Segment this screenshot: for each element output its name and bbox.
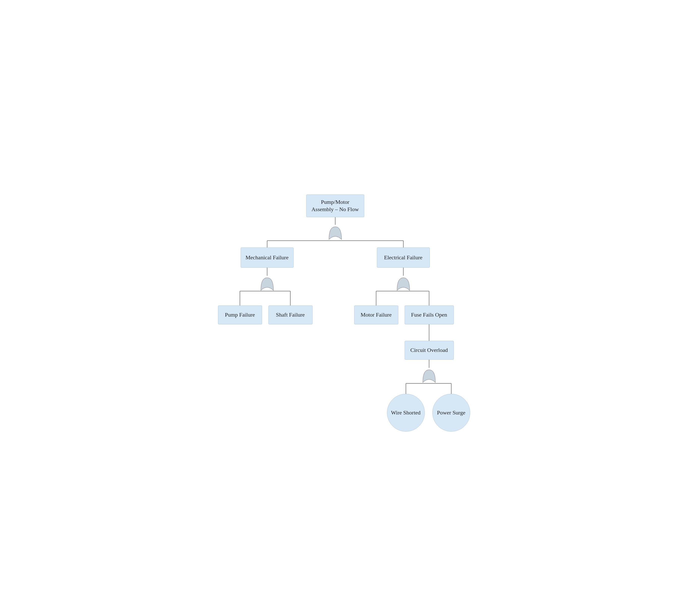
gate-electrical [394,275,412,292]
circuit-overload-node: Circuit Overload [405,341,454,360]
electrical-failure-node: Electrical Failure [377,248,430,268]
root-node: Pump/Motor Assembly – No Flow [306,195,364,217]
gate-mechanical [258,275,276,292]
pump-failure-node: Pump Failure [218,306,262,324]
gate-circuit [420,367,438,384]
fault-tree-diagram: Pump/Motor Assembly – No Flow Mechanical… [210,187,488,429]
wire-shorted-node: Wire Shorted [387,394,425,432]
power-surge-node: Power Surge [432,394,470,432]
motor-failure-node: Motor Failure [354,306,398,324]
shaft-failure-node: Shaft Failure [268,306,312,324]
fuse-fails-open-node: Fuse Fails Open [405,306,454,324]
gate-root [326,224,344,241]
mechanical-failure-node: Mechanical Failure [241,248,294,268]
